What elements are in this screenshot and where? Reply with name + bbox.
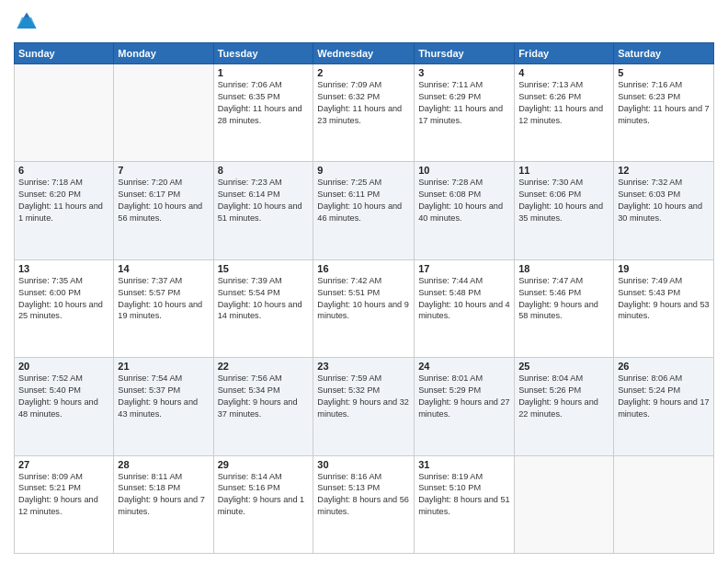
- day-number: 7: [118, 165, 209, 176]
- calendar-cell: 28Sunrise: 8:11 AM Sunset: 5:18 PM Dayli…: [114, 455, 213, 553]
- day-info: Sunrise: 7:30 AM Sunset: 6:06 PM Dayligh…: [518, 177, 609, 224]
- day-number: 17: [418, 263, 510, 274]
- day-number: 6: [18, 165, 109, 176]
- day-number: 19: [618, 263, 710, 274]
- day-info: Sunrise: 7:18 AM Sunset: 6:20 PM Dayligh…: [18, 177, 109, 224]
- calendar-cell: [614, 455, 714, 553]
- day-info: Sunrise: 8:19 AM Sunset: 5:10 PM Dayligh…: [418, 471, 510, 519]
- day-number: 9: [317, 165, 410, 176]
- calendar-cell: 23Sunrise: 7:59 AM Sunset: 5:32 PM Dayli…: [313, 358, 415, 455]
- calendar-cell: 4Sunrise: 7:13 AM Sunset: 6:26 PM Daylig…: [515, 64, 614, 162]
- day-info: Sunrise: 7:44 AM Sunset: 5:48 PM Dayligh…: [418, 275, 510, 323]
- calendar-cell: [15, 64, 114, 162]
- day-number: 15: [218, 263, 310, 274]
- header: [14, 9, 714, 35]
- weekday-header-sunday: Sunday: [15, 43, 114, 64]
- weekday-header-thursday: Thursday: [415, 43, 515, 64]
- day-number: 11: [518, 165, 609, 176]
- day-number: 13: [18, 263, 109, 274]
- calendar-cell: 12Sunrise: 7:32 AM Sunset: 6:03 PM Dayli…: [614, 162, 714, 259]
- weekday-header-row: SundayMondayTuesdayWednesdayThursdayFrid…: [15, 43, 714, 64]
- day-info: Sunrise: 7:16 AM Sunset: 6:23 PM Dayligh…: [618, 79, 710, 127]
- svg-marker-1: [17, 17, 37, 29]
- day-info: Sunrise: 8:11 AM Sunset: 5:18 PM Dayligh…: [118, 471, 209, 519]
- day-number: 29: [218, 459, 310, 470]
- day-number: 23: [317, 361, 410, 372]
- calendar-cell: 8Sunrise: 7:23 AM Sunset: 6:14 PM Daylig…: [213, 162, 313, 259]
- calendar-cell: 31Sunrise: 8:19 AM Sunset: 5:10 PM Dayli…: [415, 455, 515, 553]
- day-number: 27: [18, 459, 109, 470]
- day-number: 10: [418, 165, 510, 176]
- day-number: 21: [118, 361, 209, 372]
- day-info: Sunrise: 8:01 AM Sunset: 5:29 PM Dayligh…: [418, 373, 510, 420]
- weekday-header-monday: Monday: [114, 43, 213, 64]
- day-number: 26: [618, 361, 710, 372]
- calendar-cell: 7Sunrise: 7:20 AM Sunset: 6:17 PM Daylig…: [114, 162, 213, 259]
- calendar-cell: 17Sunrise: 7:44 AM Sunset: 5:48 PM Dayli…: [415, 259, 515, 357]
- calendar-cell: 25Sunrise: 8:04 AM Sunset: 5:26 PM Dayli…: [515, 358, 614, 455]
- calendar-cell: 1Sunrise: 7:06 AM Sunset: 6:35 PM Daylig…: [213, 64, 313, 162]
- day-number: 3: [418, 67, 510, 78]
- day-number: 12: [618, 165, 710, 176]
- day-info: Sunrise: 7:37 AM Sunset: 5:57 PM Dayligh…: [118, 275, 209, 323]
- day-number: 28: [118, 459, 209, 470]
- week-row-4: 20Sunrise: 7:52 AM Sunset: 5:40 PM Dayli…: [15, 358, 714, 455]
- calendar-cell: [515, 455, 614, 553]
- day-number: 2: [317, 67, 410, 78]
- day-info: Sunrise: 8:06 AM Sunset: 5:24 PM Dayligh…: [618, 373, 710, 420]
- calendar-cell: 18Sunrise: 7:47 AM Sunset: 5:46 PM Dayli…: [515, 259, 614, 357]
- day-number: 5: [618, 67, 710, 78]
- calendar-cell: 13Sunrise: 7:35 AM Sunset: 6:00 PM Dayli…: [15, 259, 114, 357]
- day-info: Sunrise: 7:39 AM Sunset: 5:54 PM Dayligh…: [218, 275, 310, 323]
- day-number: 4: [518, 67, 609, 78]
- page: SundayMondayTuesdayWednesdayThursdayFrid…: [0, 0, 728, 563]
- day-info: Sunrise: 7:56 AM Sunset: 5:34 PM Dayligh…: [218, 373, 310, 420]
- calendar-cell: 20Sunrise: 7:52 AM Sunset: 5:40 PM Dayli…: [15, 358, 114, 455]
- calendar-table: SundayMondayTuesdayWednesdayThursdayFrid…: [14, 42, 714, 554]
- calendar-cell: 14Sunrise: 7:37 AM Sunset: 5:57 PM Dayli…: [114, 259, 213, 357]
- day-info: Sunrise: 7:20 AM Sunset: 6:17 PM Dayligh…: [118, 177, 209, 224]
- day-number: 16: [317, 263, 410, 274]
- calendar-cell: 22Sunrise: 7:56 AM Sunset: 5:34 PM Dayli…: [213, 358, 313, 455]
- week-row-5: 27Sunrise: 8:09 AM Sunset: 5:21 PM Dayli…: [15, 455, 714, 553]
- day-info: Sunrise: 8:14 AM Sunset: 5:16 PM Dayligh…: [218, 471, 310, 519]
- weekday-header-saturday: Saturday: [614, 43, 714, 64]
- calendar-cell: 2Sunrise: 7:09 AM Sunset: 6:32 PM Daylig…: [313, 64, 415, 162]
- day-info: Sunrise: 7:11 AM Sunset: 6:29 PM Dayligh…: [418, 79, 510, 127]
- calendar-cell: 6Sunrise: 7:18 AM Sunset: 6:20 PM Daylig…: [15, 162, 114, 259]
- day-info: Sunrise: 7:09 AM Sunset: 6:32 PM Dayligh…: [317, 79, 410, 127]
- day-info: Sunrise: 7:32 AM Sunset: 6:03 PM Dayligh…: [618, 177, 710, 224]
- day-number: 18: [518, 263, 609, 274]
- day-number: 31: [418, 459, 510, 470]
- calendar-cell: 30Sunrise: 8:16 AM Sunset: 5:13 PM Dayli…: [313, 455, 415, 553]
- day-info: Sunrise: 7:25 AM Sunset: 6:11 PM Dayligh…: [317, 177, 410, 224]
- calendar-cell: 3Sunrise: 7:11 AM Sunset: 6:29 PM Daylig…: [415, 64, 515, 162]
- day-info: Sunrise: 8:09 AM Sunset: 5:21 PM Dayligh…: [18, 471, 109, 519]
- day-number: 22: [218, 361, 310, 372]
- day-info: Sunrise: 8:16 AM Sunset: 5:13 PM Dayligh…: [317, 471, 410, 519]
- calendar-cell: 11Sunrise: 7:30 AM Sunset: 6:06 PM Dayli…: [515, 162, 614, 259]
- day-info: Sunrise: 7:23 AM Sunset: 6:14 PM Dayligh…: [218, 177, 310, 224]
- day-info: Sunrise: 7:47 AM Sunset: 5:46 PM Dayligh…: [518, 275, 609, 323]
- day-info: Sunrise: 7:06 AM Sunset: 6:35 PM Dayligh…: [218, 79, 310, 127]
- day-number: 8: [218, 165, 310, 176]
- calendar-cell: 21Sunrise: 7:54 AM Sunset: 5:37 PM Dayli…: [114, 358, 213, 455]
- calendar-cell: 5Sunrise: 7:16 AM Sunset: 6:23 PM Daylig…: [614, 64, 714, 162]
- day-number: 24: [418, 361, 510, 372]
- calendar-cell: [114, 64, 213, 162]
- day-number: 30: [317, 459, 410, 470]
- calendar-cell: 27Sunrise: 8:09 AM Sunset: 5:21 PM Dayli…: [15, 455, 114, 553]
- calendar-cell: 24Sunrise: 8:01 AM Sunset: 5:29 PM Dayli…: [415, 358, 515, 455]
- day-info: Sunrise: 7:49 AM Sunset: 5:43 PM Dayligh…: [618, 275, 710, 323]
- day-info: Sunrise: 7:52 AM Sunset: 5:40 PM Dayligh…: [18, 373, 109, 420]
- logo-icon: [14, 9, 40, 35]
- day-info: Sunrise: 7:42 AM Sunset: 5:51 PM Dayligh…: [317, 275, 410, 323]
- calendar-cell: 29Sunrise: 8:14 AM Sunset: 5:16 PM Dayli…: [213, 455, 313, 553]
- week-row-2: 6Sunrise: 7:18 AM Sunset: 6:20 PM Daylig…: [15, 162, 714, 259]
- weekday-header-wednesday: Wednesday: [313, 43, 415, 64]
- day-number: 14: [118, 263, 209, 274]
- day-number: 25: [518, 361, 609, 372]
- calendar-cell: 9Sunrise: 7:25 AM Sunset: 6:11 PM Daylig…: [313, 162, 415, 259]
- week-row-1: 1Sunrise: 7:06 AM Sunset: 6:35 PM Daylig…: [15, 64, 714, 162]
- day-info: Sunrise: 7:13 AM Sunset: 6:26 PM Dayligh…: [518, 79, 609, 127]
